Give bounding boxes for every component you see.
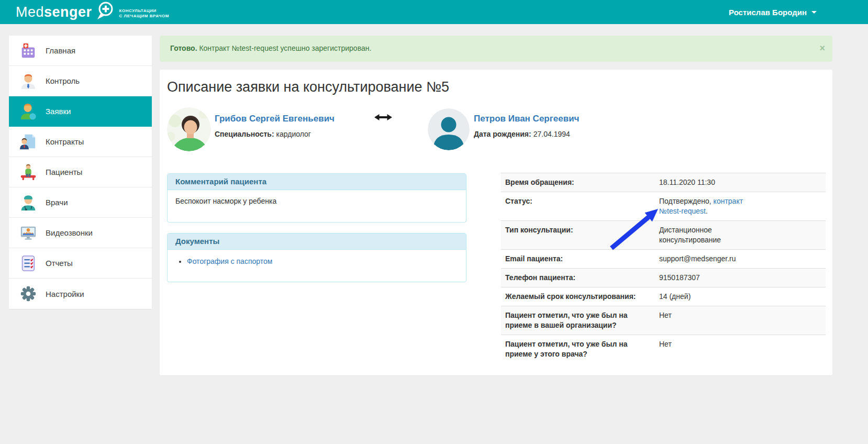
detail-label: Пациент отметил, что уже был на приеме в…	[501, 306, 655, 335]
tagline-line1: КОНСУЛЬТАЦИИ	[119, 8, 169, 14]
sidebar-item-requests[interactable]: Заявки	[9, 96, 152, 127]
table-row: Время обращения: 18.11.2020 11:30	[501, 173, 826, 192]
specialty-value: кардиолог	[276, 130, 311, 138]
app-screen: Medsenger КОНСУЛЬТАЦИИ С ЛЕЧАЩИМ ВРАЧОМ …	[0, 0, 868, 444]
report-checklist-icon	[19, 254, 37, 272]
request-details-panel: Описание заявки на консультирование №5	[160, 70, 832, 375]
sidebar-item-label: Пациенты	[46, 168, 82, 176]
sidebar-item-label: Главная	[46, 46, 75, 55]
detail-label: Телефон пациента:	[501, 269, 655, 287]
speech-bubble-plus-icon	[95, 1, 114, 24]
sidebar-item-main[interactable]: Главная	[9, 36, 152, 66]
user-name: Ростислав Бородин	[729, 8, 807, 17]
detail-value: Подтверждено, контракт №test-request.	[655, 192, 826, 220]
doctor-name-link[interactable]: Грибов Сергей Евгеньевич	[215, 114, 335, 124]
request-details-table: Время обращения: 18.11.2020 11:30 Статус…	[501, 173, 826, 363]
patient-name-link[interactable]: Петров Иван Сергеевич	[474, 114, 580, 124]
documents-panel: Документы Фотография с паспортом	[167, 233, 466, 282]
status-suffix: .	[706, 207, 708, 215]
detail-value: Нет	[655, 306, 826, 335]
table-row: Тип консультации: Дистанционное консульт…	[501, 220, 826, 249]
detail-label: Желаемый срок консультирования:	[501, 287, 655, 306]
patient-avatar	[428, 108, 470, 150]
top-navbar: Medsenger КОНСУЛЬТАЦИИ С ЛЕЧАЩИМ ВРАЧОМ …	[0, 0, 868, 24]
requests-person-icon	[19, 103, 37, 120]
sidebar-item-settings[interactable]: Настройки	[9, 279, 152, 309]
alert-title: Готово.	[170, 44, 197, 52]
gear-icon	[19, 285, 37, 303]
table-row: Желаемый срок консультирования: 14 (дней…	[501, 287, 826, 306]
contract-document-icon	[19, 133, 37, 151]
user-menu[interactable]: Ростислав Бородин	[729, 0, 817, 24]
sidebar-item-label: Видеозвонки	[46, 228, 93, 237]
detail-value: 9150187307	[655, 269, 826, 287]
brand-name-bold: senger	[44, 4, 92, 20]
list-item: Фотография с паспортом	[187, 257, 458, 267]
page-title: Описание заявки на консультирование №5	[167, 79, 449, 95]
tagline-line2: С ЛЕЧАЩИМ ВРАЧОМ	[119, 14, 169, 19]
comment-panel-body: Беспокоит насморк у ребенка	[168, 190, 466, 222]
status-text: Подтверждено,	[659, 197, 714, 205]
patient-dob: Дата рождения:27.04.1994	[474, 130, 580, 138]
table-row: Email пациента: support@medsenger.ru	[501, 249, 826, 268]
sidebar-item-control[interactable]: Контроль	[9, 66, 152, 96]
table-row: Пациент отметил, что уже был на приеме у…	[501, 335, 826, 363]
double-headed-arrow-icon	[374, 112, 392, 125]
table-row: Телефон пациента: 9150187307	[501, 268, 826, 287]
sidebar-item-label: Врачи	[46, 198, 68, 207]
brand-name-light: Med	[16, 4, 44, 20]
detail-value: Нет	[655, 335, 826, 363]
comment-panel-header: Комментарий пациента	[168, 174, 466, 190]
alert-message: Контракт №test-request успешно зарегистр…	[197, 44, 372, 52]
sidebar-item-label: Контракты	[46, 137, 84, 146]
detail-value: support@medsenger.ru	[655, 250, 826, 268]
sidebar-item-videocalls[interactable]: Видеозвонки	[9, 218, 152, 248]
detail-label: Время обращения:	[501, 173, 655, 192]
documents-panel-header: Документы	[168, 234, 466, 250]
documents-list: Фотография с паспортом	[187, 257, 458, 267]
dob-value: 27.04.1994	[533, 130, 570, 138]
brand-logo[interactable]: Medsenger КОНСУЛЬТАЦИИ С ЛЕЧАЩИМ ВРАЧОМ	[16, 2, 169, 24]
sidebar-item-label: Настройки	[46, 290, 84, 298]
sidebar-item-doctors[interactable]: Врачи	[9, 187, 152, 218]
patient-bench-icon	[19, 163, 37, 181]
doctor-avatar	[167, 107, 211, 151]
specialty-label: Специальность:	[215, 130, 274, 138]
close-icon[interactable]: ×	[819, 43, 825, 53]
video-call-monitor-icon	[19, 224, 37, 242]
dob-label: Дата рождения:	[474, 130, 531, 138]
table-row: Пациент отметил, что уже был на приеме в…	[501, 306, 826, 335]
detail-label: Пациент отметил, что уже был на приеме у…	[501, 335, 655, 363]
sidebar-item-label: Заявки	[46, 107, 71, 116]
table-row: Статус: Подтверждено, контракт №test-req…	[501, 192, 826, 220]
sidebar-nav: Главная Контроль Заявки	[9, 36, 152, 309]
brand-name: Medsenger	[16, 2, 92, 23]
detail-label: Тип консультации:	[501, 221, 655, 249]
doctor-specialty: Специальность:кардиолог	[215, 130, 335, 138]
sidebar-item-label: Отчеты	[46, 259, 73, 268]
caret-down-icon	[811, 11, 817, 14]
patient-comment-panel: Комментарий пациента Беспокоит насморк у…	[167, 173, 466, 223]
brand-tagline: КОНСУЛЬТАЦИИ С ЛЕЧАЩИМ ВРАЧОМ	[119, 8, 169, 19]
detail-label: Статус:	[501, 192, 655, 220]
detail-value: 14 (дней)	[655, 287, 826, 306]
sidebar-item-reports[interactable]: Отчеты	[9, 248, 152, 279]
documents-panel-body: Фотография с паспортом	[168, 250, 466, 282]
doctor-info: Грибов Сергей Евгеньевич Специальность:к…	[215, 114, 335, 138]
hospital-icon	[19, 42, 37, 60]
detail-value: Дистанционное консультирование	[655, 221, 826, 249]
control-person-icon	[19, 72, 37, 90]
sidebar-item-contracts[interactable]: Контракты	[9, 127, 152, 157]
success-alert: Готово. Контракт №test-request успешно з…	[160, 36, 832, 62]
sidebar-item-label: Контроль	[46, 76, 80, 85]
sidebar-item-patients[interactable]: Пациенты	[9, 157, 152, 187]
patient-info: Петров Иван Сергеевич Дата рождения:27.0…	[474, 114, 580, 138]
doctor-icon	[19, 194, 37, 212]
detail-value: 18.11.2020 11:30	[655, 173, 826, 192]
detail-label: Email пациента:	[501, 250, 655, 268]
document-link[interactable]: Фотография с паспортом	[187, 257, 272, 265]
